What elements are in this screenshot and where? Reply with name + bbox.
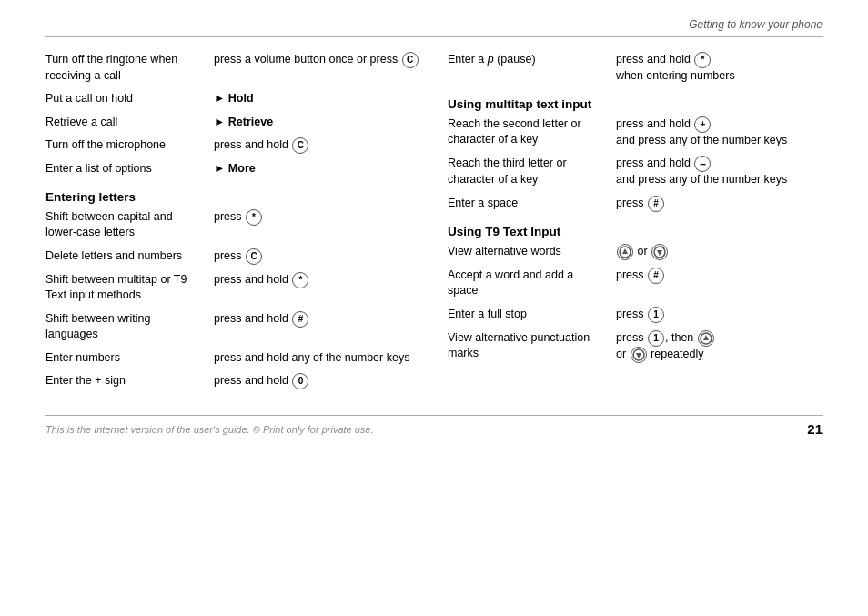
key-minus: – [694, 156, 711, 172]
row-action: press a volume button once or press C [214, 52, 420, 68]
row-label: Enter a space [448, 196, 616, 212]
row-label: Accept a word and add a space [448, 268, 616, 299]
row-label: Shift between capital and lower-case let… [45, 209, 214, 241]
row-label: Turn off the microphone [45, 137, 214, 154]
row-action: press and hold 0 [214, 373, 420, 389]
table-row: Enter a p (pause) press and hold *when e… [448, 52, 823, 85]
table-row: Shift between writing languages press an… [45, 311, 420, 343]
table-row: Put a call on hold ► Hold [45, 91, 420, 107]
table-row: Delete letters and numbers press C [45, 248, 420, 265]
key-1: 1 [648, 330, 664, 347]
row-action: press and hold C [214, 137, 420, 154]
row-action: press 1, then or repeate [616, 330, 823, 363]
row-action: press # [616, 268, 823, 284]
row-action: press and hold *when entering numbers [616, 52, 823, 85]
row-label: Shift between writing languages [45, 311, 214, 343]
key-asterisk: * [694, 52, 711, 68]
row-label: Turn off the ringtone when receiving a c… [45, 52, 214, 84]
row-action: press and hold * [214, 272, 420, 288]
key-c: C [402, 52, 419, 68]
footer-page-number: 21 [807, 421, 823, 437]
key-hash: # [648, 268, 664, 284]
row-label: Enter a p (pause) [448, 52, 616, 68]
row-action: press # [616, 196, 823, 212]
action-retrieve: ► Retrieve [214, 116, 273, 128]
table-row: Reach the second letter or character of … [448, 116, 823, 149]
table-row: Enter a list of options ► More [45, 161, 420, 177]
nav-icon-down2 [631, 347, 647, 363]
action-hold: ► Hold [214, 92, 254, 105]
row-label: Reach the third letter or character of a… [448, 156, 616, 187]
key-hash: # [648, 196, 664, 212]
svg-marker-5 [703, 335, 709, 340]
key-asterisk: * [246, 209, 262, 226]
row-label: Enter a list of options [45, 161, 214, 177]
action-more: ► More [214, 162, 256, 175]
row-action: press and hold +and press any of the num… [616, 116, 823, 149]
key-hash: # [292, 311, 308, 328]
row-label: Put a call on hold [45, 91, 214, 107]
row-label: Retrieve a call [45, 115, 214, 131]
section-title-entering: Entering letters [45, 190, 420, 204]
table-row: Turn off the microphone press and hold C [45, 137, 420, 154]
row-action: press C [214, 248, 420, 265]
table-row: Shift between multitap or T9 Text input … [45, 272, 420, 304]
nav-icon-down [651, 244, 668, 260]
right-column: Enter a p (pause) press and hold *when e… [448, 52, 823, 397]
row-label: Delete letters and numbers [45, 248, 214, 265]
page-header: Getting to know your phone [45, 18, 823, 37]
page: Getting to know your phone Turn off the … [0, 0, 868, 616]
table-row: Retrieve a call ► Retrieve [45, 115, 420, 131]
row-label: View alternative words [448, 244, 616, 260]
row-action: ► Retrieve [214, 115, 420, 131]
table-row: Enter a full stop press 1 [448, 307, 823, 323]
key-plus: + [694, 116, 711, 133]
row-action: press and hold –and press any of the num… [616, 156, 823, 188]
nav-icon-up2 [698, 330, 714, 347]
row-label: Enter numbers [45, 350, 214, 367]
footer-disclaimer: This is the Internet version of the user… [45, 424, 374, 435]
key-1: 1 [648, 307, 664, 323]
left-column: Turn off the ringtone when receiving a c… [45, 52, 420, 397]
section-title-t9: Using T9 Text Input [448, 225, 823, 238]
row-action: press * [214, 209, 420, 226]
page-footer: This is the Internet version of the user… [45, 415, 823, 437]
row-action: press 1 [616, 307, 823, 323]
row-label: Reach the second letter or character of … [448, 116, 616, 148]
row-action: ► Hold [214, 91, 420, 107]
table-row: Reach the third letter or character of a… [448, 156, 823, 188]
table-row: View alternative punctuation marks press… [448, 330, 823, 363]
key-c: C [246, 248, 262, 265]
nav-icon-up [617, 244, 633, 260]
section-title-multitap: Using multitap text input [448, 97, 823, 111]
row-label: Enter the + sign [45, 373, 214, 389]
table-row: Turn off the ringtone when receiving a c… [45, 52, 420, 84]
key-0: 0 [292, 373, 308, 389]
main-content: Turn off the ringtone when receiving a c… [45, 52, 823, 397]
table-row: Shift between capital and lower-case let… [45, 209, 420, 241]
svg-marker-7 [636, 353, 641, 358]
row-label: Shift between multitap or T9 Text input … [45, 272, 214, 304]
row-label: View alternative punctuation marks [448, 330, 616, 362]
table-row: Accept a word and add a space press # [448, 268, 823, 299]
row-action: press and hold # [214, 311, 420, 328]
row-label: Enter a full stop [448, 307, 616, 323]
key-c: C [292, 137, 308, 154]
table-row: Enter the + sign press and hold 0 [45, 373, 420, 389]
table-row: Enter a space press # [448, 196, 823, 212]
row-action: or [616, 244, 823, 260]
key-asterisk: * [292, 272, 308, 288]
svg-marker-3 [657, 250, 662, 256]
header-title: Getting to know your phone [689, 18, 823, 31]
svg-marker-1 [622, 248, 628, 254]
table-row: Enter numbers press and hold any of the … [45, 350, 420, 367]
row-action: ► More [214, 161, 420, 177]
table-row: View alternative words or [448, 244, 823, 260]
row-action: press and hold any of the number keys [214, 350, 420, 367]
